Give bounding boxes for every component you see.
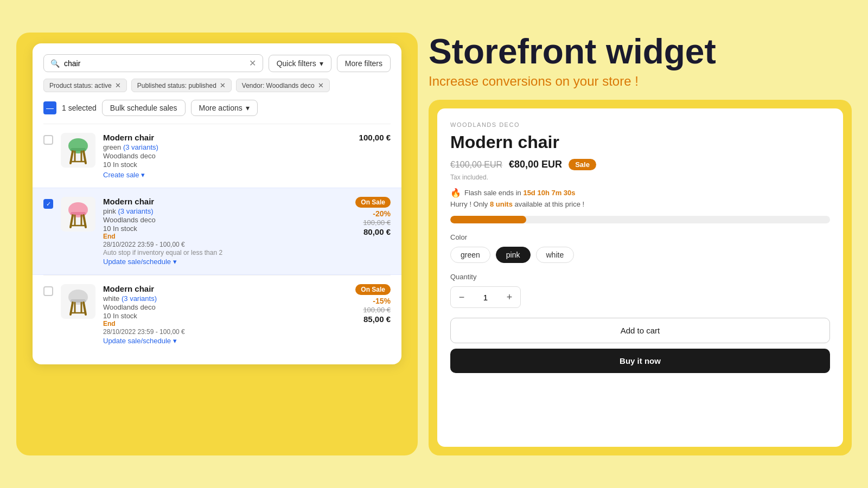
widget-price-row: €100,00 EUR €80,00 EUR Sale: [450, 159, 830, 170]
checkbox-wrap-3[interactable]: [43, 284, 53, 296]
widget-tax-info: Tax included.: [450, 174, 830, 181]
hero-subtitle: Increase conversions on your store !: [429, 74, 852, 89]
add-to-cart-button[interactable]: Add to cart: [450, 318, 830, 343]
product-2-variant-count: (3 variants): [118, 207, 153, 215]
flash-sale-row: 🔥 Flash sale ends in 15d 10h 7m 30s: [450, 188, 830, 198]
widget-sale-price: €80,00 EUR: [509, 159, 562, 170]
search-input-wrap: 🔍 ✕: [43, 54, 263, 72]
more-actions-chevron-icon: ▾: [246, 104, 250, 112]
product-2-vendor: Woodlands deco: [103, 216, 348, 224]
product-1-name: Modern chair: [103, 133, 352, 142]
product-2-info: Modern chair pink (3 variants) Woodlands…: [103, 197, 348, 266]
filter-tag-published-close[interactable]: ✕: [220, 81, 226, 89]
color-options: green pink white: [450, 247, 830, 263]
widget-brand: WOODLANDS DECO: [450, 121, 830, 128]
bulk-schedule-button[interactable]: Bulk schedule sales: [102, 100, 186, 116]
product-2-price-wrap: On Sale -20% 100,00 € 80,00 €: [355, 197, 391, 236]
product-2-sale-price: 80,00 €: [355, 227, 391, 236]
flash-text: Flash sale ends in 15d 10h 7m 30s: [464, 189, 576, 197]
quantity-decrease-button[interactable]: −: [451, 287, 473, 307]
product-3-sale-chevron: ▾: [173, 337, 177, 345]
more-actions-button[interactable]: More actions ▾: [191, 100, 258, 116]
product-3-checkbox[interactable]: [43, 286, 53, 296]
selected-count: 1 selected: [62, 104, 97, 112]
more-filters-button[interactable]: More filters: [337, 55, 391, 72]
filter-tag-published: Published status: published ✕: [131, 79, 232, 92]
product-2-stock: 10 In stock: [103, 224, 348, 233]
product-2-original-price: 100,00 €: [355, 219, 391, 227]
product-1-variant-count: (3 variants): [123, 143, 158, 151]
search-icon: 🔍: [50, 59, 60, 68]
color-option-green[interactable]: green: [450, 247, 490, 263]
hero-text: Storefront widget Increase conversions o…: [429, 33, 852, 89]
deselect-all-button[interactable]: —: [43, 101, 56, 114]
quantity-increase-button[interactable]: +: [499, 287, 520, 307]
product-2-name: Modern chair: [103, 197, 348, 206]
quantity-value: 1: [473, 293, 499, 302]
product-list-card: 🔍 ✕ Quick filters ▾ More filters Product…: [33, 43, 401, 364]
color-option-pink[interactable]: pink: [496, 247, 531, 263]
chevron-down-icon: ▾: [320, 59, 323, 68]
product-2-variant: pink (3 variants): [103, 207, 348, 215]
product-1-variant: green (3 variants): [103, 143, 352, 151]
color-label: Color: [450, 233, 830, 241]
widget-original-price: €100,00 EUR: [450, 160, 502, 170]
filter-tag-published-label: Published status: published: [137, 82, 216, 89]
clear-search-button[interactable]: ✕: [249, 58, 256, 68]
checkbox-wrap-1[interactable]: [43, 133, 53, 145]
color-option-white[interactable]: white: [536, 247, 575, 263]
product-1-image: [61, 133, 95, 168]
product-3-variant: white (3 variants): [103, 294, 348, 303]
progress-bar-fill: [450, 216, 526, 223]
widget-inner: WOODLANDS DECO Modern chair €100,00 EUR …: [437, 108, 843, 447]
product-2-checkbox[interactable]: [43, 199, 53, 209]
product-3-discount: -15%: [355, 297, 391, 305]
product-2-sale-link[interactable]: Update sale/schedule ▾: [103, 258, 348, 266]
search-input[interactable]: [64, 59, 245, 68]
filter-tag-status-label: Product status: active: [49, 82, 112, 89]
product-1-stock: 10 In stock: [103, 160, 352, 169]
product-3-variant-count: (3 variants): [122, 294, 157, 303]
product-1-checkbox[interactable]: [43, 135, 53, 145]
quick-filters-button[interactable]: Quick filters ▾: [269, 55, 331, 72]
quantity-label: Quantity: [450, 273, 830, 281]
product-row-2: Modern chair pink (3 variants) Woodlands…: [33, 188, 401, 275]
product-row-1: Modern chair green (3 variants) Woodland…: [43, 124, 391, 188]
product-2-sale-note: Auto stop if inventory equal or less tha…: [103, 249, 348, 256]
product-2-sale-badge: On Sale: [355, 197, 391, 208]
widget-product-title: Modern chair: [450, 132, 830, 152]
product-1-sale-link[interactable]: Create sale ▾: [103, 171, 352, 179]
progress-bar: [450, 216, 830, 223]
product-3-sale-badge: On Sale: [355, 284, 391, 295]
product-3-stock: 10 In stock: [103, 312, 348, 320]
product-2-sale-date: 28/10/2022 23:59 - 100,00 €: [103, 241, 348, 248]
search-row: 🔍 ✕ Quick filters ▾ More filters: [43, 54, 391, 72]
product-3-sale-link[interactable]: Update sale/schedule ▾: [103, 337, 348, 345]
flash-time: 15d 10h 7m 30s: [523, 189, 575, 197]
product-3-vendor: Woodlands deco: [103, 303, 348, 311]
filter-tags: Product status: active ✕ Published statu…: [43, 79, 391, 92]
right-panel: Storefront widget Increase conversions o…: [429, 33, 852, 455]
filter-tag-status-close[interactable]: ✕: [115, 81, 121, 89]
more-actions-label: More actions: [199, 104, 242, 112]
widget-sale-tag: Sale: [569, 159, 596, 170]
fire-icon: 🔥: [450, 188, 461, 198]
hero-title: Storefront widget: [429, 33, 852, 70]
units-count: 8 units: [490, 200, 513, 208]
product-3-name: Modern chair: [103, 284, 348, 293]
main-layout: 🔍 ✕ Quick filters ▾ More filters Product…: [16, 16, 852, 472]
product-2-sale-end: End: [103, 233, 348, 240]
product-1-price-wrap: 100,00 €: [359, 133, 391, 142]
filter-tag-vendor-close[interactable]: ✕: [318, 81, 324, 89]
left-panel: 🔍 ✕ Quick filters ▾ More filters Product…: [16, 33, 418, 455]
product-3-sale-end: End: [103, 320, 348, 328]
quick-filters-label: Quick filters: [277, 59, 316, 68]
units-row: Hurry ! Only 8 units available at this p…: [450, 200, 830, 208]
bulk-row: — 1 selected Bulk schedule sales More ac…: [43, 100, 391, 116]
product-3-sale-price: 85,00 €: [355, 314, 391, 324]
checkbox-wrap-2[interactable]: [43, 197, 53, 209]
product-2-image: [61, 197, 95, 232]
filter-tag-vendor: Vendor: Woodlands deco ✕: [236, 79, 330, 92]
buy-now-button[interactable]: Buy it now: [450, 349, 830, 373]
product-3-original-price: 100,00 €: [355, 306, 391, 314]
